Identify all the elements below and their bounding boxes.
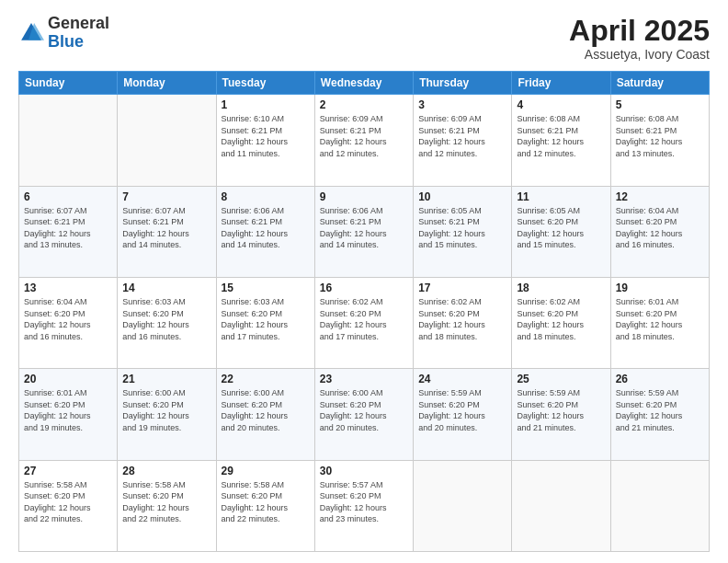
table-row: 6Sunrise: 6:07 AM Sunset: 6:21 PM Daylig…: [19, 186, 118, 277]
col-saturday: Saturday: [610, 72, 709, 95]
day-info: Sunrise: 6:02 AM Sunset: 6:20 PM Dayligh…: [320, 296, 408, 342]
col-monday: Monday: [118, 72, 216, 95]
day-info: Sunrise: 6:04 AM Sunset: 6:20 PM Dayligh…: [616, 205, 704, 251]
day-number: 24: [418, 373, 506, 385]
table-row: 8Sunrise: 6:06 AM Sunset: 6:21 PM Daylig…: [216, 186, 314, 277]
day-info: Sunrise: 6:00 AM Sunset: 6:20 PM Dayligh…: [222, 387, 310, 433]
table-row: 3Sunrise: 6:09 AM Sunset: 6:21 PM Daylig…: [414, 95, 512, 186]
calendar-week-row: 27Sunrise: 5:58 AM Sunset: 6:20 PM Dayli…: [19, 460, 710, 551]
day-number: 14: [122, 282, 210, 294]
day-number: 1: [222, 98, 310, 111]
calendar-week-row: 1Sunrise: 6:10 AM Sunset: 6:21 PM Daylig…: [19, 95, 710, 186]
day-number: 5: [616, 98, 704, 111]
calendar-week-row: 6Sunrise: 6:07 AM Sunset: 6:21 PM Daylig…: [19, 186, 710, 277]
table-row: [610, 460, 709, 551]
day-info: Sunrise: 5:58 AM Sunset: 6:20 PM Dayligh…: [122, 479, 210, 525]
day-info: Sunrise: 5:59 AM Sunset: 6:20 PM Dayligh…: [517, 387, 605, 433]
day-number: 26: [616, 373, 704, 385]
day-info: Sunrise: 6:01 AM Sunset: 6:20 PM Dayligh…: [616, 296, 704, 342]
day-number: 11: [517, 190, 605, 203]
day-info: Sunrise: 6:02 AM Sunset: 6:20 PM Dayligh…: [517, 296, 605, 342]
day-number: 22: [222, 373, 310, 385]
table-row: 10Sunrise: 6:05 AM Sunset: 6:21 PM Dayli…: [414, 186, 512, 277]
day-number: 6: [24, 190, 112, 203]
logo-icon: [18, 20, 44, 46]
calendar-week-row: 13Sunrise: 6:04 AM Sunset: 6:20 PM Dayli…: [19, 277, 710, 368]
table-row: 15Sunrise: 6:03 AM Sunset: 6:20 PM Dayli…: [216, 277, 314, 368]
col-wednesday: Wednesday: [314, 72, 413, 95]
title-block: April 2025 Assuetya, Ivory Coast: [569, 15, 710, 62]
table-row: [19, 95, 118, 186]
table-row: 19Sunrise: 6:01 AM Sunset: 6:20 PM Dayli…: [610, 277, 709, 368]
table-row: 27Sunrise: 5:58 AM Sunset: 6:20 PM Dayli…: [19, 460, 118, 551]
day-number: 7: [122, 190, 210, 203]
col-tuesday: Tuesday: [216, 72, 314, 95]
day-number: 8: [222, 190, 310, 203]
table-row: 18Sunrise: 6:02 AM Sunset: 6:20 PM Dayli…: [512, 277, 610, 368]
calendar-header-row: Sunday Monday Tuesday Wednesday Thursday…: [19, 72, 710, 95]
table-row: 16Sunrise: 6:02 AM Sunset: 6:20 PM Dayli…: [314, 277, 413, 368]
table-row: 5Sunrise: 6:08 AM Sunset: 6:21 PM Daylig…: [610, 95, 709, 186]
day-number: 3: [418, 98, 506, 111]
day-info: Sunrise: 6:10 AM Sunset: 6:21 PM Dayligh…: [222, 113, 310, 159]
day-info: Sunrise: 5:58 AM Sunset: 6:20 PM Dayligh…: [222, 479, 310, 525]
header: General Blue April 2025 Assuetya, Ivory …: [18, 15, 710, 62]
table-row: 23Sunrise: 6:00 AM Sunset: 6:20 PM Dayli…: [314, 369, 413, 460]
table-row: 4Sunrise: 6:08 AM Sunset: 6:21 PM Daylig…: [512, 95, 610, 186]
day-number: 2: [320, 98, 408, 111]
table-row: 29Sunrise: 5:58 AM Sunset: 6:20 PM Dayli…: [216, 460, 314, 551]
day-number: 30: [320, 465, 408, 477]
day-info: Sunrise: 5:59 AM Sunset: 6:20 PM Dayligh…: [418, 387, 506, 433]
calendar-table: Sunday Monday Tuesday Wednesday Thursday…: [18, 71, 710, 552]
day-info: Sunrise: 6:02 AM Sunset: 6:20 PM Dayligh…: [418, 296, 506, 342]
day-info: Sunrise: 6:06 AM Sunset: 6:21 PM Dayligh…: [222, 205, 310, 251]
day-info: Sunrise: 6:01 AM Sunset: 6:20 PM Dayligh…: [24, 387, 112, 433]
col-thursday: Thursday: [414, 72, 512, 95]
table-row: 12Sunrise: 6:04 AM Sunset: 6:20 PM Dayli…: [610, 186, 709, 277]
table-row: 22Sunrise: 6:00 AM Sunset: 6:20 PM Dayli…: [216, 369, 314, 460]
day-number: 21: [122, 373, 210, 385]
day-number: 9: [320, 190, 408, 203]
table-row: [414, 460, 512, 551]
day-number: 15: [222, 282, 310, 294]
table-row: 26Sunrise: 5:59 AM Sunset: 6:20 PM Dayli…: [610, 369, 709, 460]
day-number: 27: [24, 465, 112, 477]
table-row: 2Sunrise: 6:09 AM Sunset: 6:21 PM Daylig…: [314, 95, 413, 186]
logo-general: General: [48, 14, 109, 32]
day-number: 18: [517, 282, 605, 294]
month-title: April 2025: [569, 15, 710, 47]
day-info: Sunrise: 6:08 AM Sunset: 6:21 PM Dayligh…: [517, 113, 605, 159]
day-number: 16: [320, 282, 408, 294]
table-row: 17Sunrise: 6:02 AM Sunset: 6:20 PM Dayli…: [414, 277, 512, 368]
table-row: 20Sunrise: 6:01 AM Sunset: 6:20 PM Dayli…: [19, 369, 118, 460]
location-subtitle: Assuetya, Ivory Coast: [569, 47, 710, 62]
day-number: 20: [24, 373, 112, 385]
day-info: Sunrise: 6:00 AM Sunset: 6:20 PM Dayligh…: [122, 387, 210, 433]
table-row: 14Sunrise: 6:03 AM Sunset: 6:20 PM Dayli…: [118, 277, 216, 368]
day-number: 25: [517, 373, 605, 385]
day-info: Sunrise: 6:04 AM Sunset: 6:20 PM Dayligh…: [24, 296, 112, 342]
day-number: 19: [616, 282, 704, 294]
day-info: Sunrise: 6:05 AM Sunset: 6:20 PM Dayligh…: [517, 205, 605, 251]
day-info: Sunrise: 6:00 AM Sunset: 6:20 PM Dayligh…: [320, 387, 408, 433]
day-info: Sunrise: 6:07 AM Sunset: 6:21 PM Dayligh…: [24, 205, 112, 251]
table-row: 11Sunrise: 6:05 AM Sunset: 6:20 PM Dayli…: [512, 186, 610, 277]
logo-text: General Blue: [48, 15, 109, 52]
logo-blue: Blue: [48, 32, 84, 51]
col-sunday: Sunday: [19, 72, 118, 95]
table-row: 28Sunrise: 5:58 AM Sunset: 6:20 PM Dayli…: [118, 460, 216, 551]
day-number: 13: [24, 282, 112, 294]
col-friday: Friday: [512, 72, 610, 95]
table-row: 9Sunrise: 6:06 AM Sunset: 6:21 PM Daylig…: [314, 186, 413, 277]
table-row: 7Sunrise: 6:07 AM Sunset: 6:21 PM Daylig…: [118, 186, 216, 277]
calendar-week-row: 20Sunrise: 6:01 AM Sunset: 6:20 PM Dayli…: [19, 369, 710, 460]
day-number: 17: [418, 282, 506, 294]
day-info: Sunrise: 5:59 AM Sunset: 6:20 PM Dayligh…: [616, 387, 704, 433]
day-info: Sunrise: 6:08 AM Sunset: 6:21 PM Dayligh…: [616, 113, 704, 159]
logo: General Blue: [18, 15, 109, 52]
day-info: Sunrise: 6:06 AM Sunset: 6:21 PM Dayligh…: [320, 205, 408, 251]
page: General Blue April 2025 Assuetya, Ivory …: [0, 0, 728, 563]
day-number: 29: [222, 465, 310, 477]
day-info: Sunrise: 6:09 AM Sunset: 6:21 PM Dayligh…: [320, 113, 408, 159]
table-row: 13Sunrise: 6:04 AM Sunset: 6:20 PM Dayli…: [19, 277, 118, 368]
